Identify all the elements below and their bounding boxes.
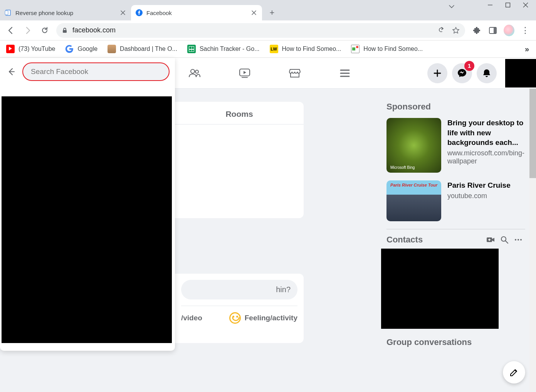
reload-button[interactable]: [37, 23, 52, 38]
messenger-badge: 1: [464, 61, 474, 71]
notifications-button[interactable]: [477, 63, 497, 83]
svg-point-8: [195, 70, 198, 73]
odin-icon: [108, 45, 116, 53]
browser-tab-strip: Reverse phone lookup Facebook +: [0, 0, 536, 20]
rooms-tab[interactable]: Rooms: [175, 102, 304, 124]
menu-button[interactable]: ⋮: [520, 25, 531, 36]
side-panel-icon[interactable]: [487, 25, 498, 36]
bookmark-label: Sachin Tracker - Go...: [200, 45, 260, 52]
composer-prompt[interactable]: hin?: [181, 280, 297, 299]
feeling-icon: [229, 312, 241, 324]
bookmark-label: How to Find Someo...: [363, 45, 423, 52]
nav-menu-icon[interactable]: [335, 64, 355, 83]
scrollbar-thumb[interactable]: [529, 89, 536, 178]
nav-watch-icon[interactable]: [235, 64, 254, 83]
divider: [386, 229, 525, 229]
messenger-button[interactable]: 1: [452, 63, 472, 83]
group-conversations-label: Group conversations: [386, 337, 525, 347]
close-window-button[interactable]: [523, 2, 532, 8]
bookmark-lw-find[interactable]: LW How to Find Someo...: [267, 43, 344, 55]
bookmark-label: (73) YouTube: [18, 45, 55, 52]
vertical-scrollbar[interactable]: [529, 89, 536, 392]
new-tab-button[interactable]: +: [265, 6, 279, 20]
search-input-wrapper[interactable]: [22, 62, 170, 81]
maximize-button[interactable]: [505, 2, 514, 8]
stories-rooms-card: Rooms: [175, 102, 304, 218]
svg-rect-4: [63, 30, 67, 33]
search-contacts-icon[interactable]: [497, 236, 511, 244]
create-button[interactable]: [427, 63, 447, 83]
forward-button[interactable]: [20, 23, 35, 38]
bookmark-dashboard[interactable]: Dashboard | The O...: [105, 43, 180, 55]
tab-reverse-phone[interactable]: Reverse phone lookup: [0, 5, 131, 20]
extensions-icon[interactable]: [471, 25, 482, 36]
composer-feeling-button[interactable]: Feeling/activity: [229, 312, 297, 324]
svg-point-7: [191, 69, 195, 73]
profile-avatar[interactable]: [504, 25, 514, 36]
sponsored-item-paris[interactable]: Paris River Cruise youtube.com: [386, 180, 525, 221]
post-composer-card: hin? /video Feeling/activity: [175, 274, 304, 343]
facebook-app: 1 Rooms hin? /video Feeling/activity: [0, 58, 536, 392]
sheets-icon: [187, 45, 196, 53]
divider: [181, 306, 297, 306]
tab-facebook[interactable]: Facebook: [131, 5, 262, 20]
contacts-header: Contacts: [386, 235, 525, 245]
bookmarks-bar: (73) YouTube Google Dashboard | The O...…: [0, 40, 536, 58]
share-icon[interactable]: [437, 27, 445, 34]
close-tab-icon[interactable]: [119, 9, 126, 16]
svg-rect-1: [5, 11, 8, 15]
tab-title: Reverse phone lookup: [15, 10, 116, 16]
sponsored-url: youtube.com: [447, 192, 525, 200]
tab-search-icon[interactable]: [448, 3, 455, 10]
lw-icon: LW: [270, 45, 278, 53]
sponsored-image: [386, 180, 441, 221]
profile-menu-redacted[interactable]: [505, 59, 536, 87]
window-controls: [487, 2, 532, 8]
search-dropdown: [0, 58, 175, 351]
facebook-favicon-icon: [136, 9, 143, 16]
bookmark-sachin-tracker[interactable]: Sachin Tracker - Go...: [185, 43, 262, 55]
bookmarks-overflow-button[interactable]: »: [525, 45, 532, 54]
minimize-button[interactable]: [487, 2, 497, 8]
bookmark-label: Dashboard | The O...: [120, 45, 177, 52]
search-input[interactable]: [31, 67, 161, 76]
nav-friends-icon[interactable]: [185, 64, 204, 83]
sponsored-image: [386, 118, 441, 173]
search-results-redacted[interactable]: [2, 96, 172, 343]
svg-point-12: [515, 239, 516, 241]
contacts-label: Contacts: [386, 235, 484, 245]
close-tab-icon[interactable]: [250, 9, 257, 16]
page-favicon-icon: [5, 9, 12, 16]
url-text: facebook.com: [72, 26, 116, 34]
right-column: Sponsored Bring your desktop to life wit…: [386, 102, 525, 347]
nav-marketplace-icon[interactable]: [285, 64, 304, 83]
search-back-button[interactable]: [5, 66, 17, 77]
contacts-list-redacted[interactable]: [381, 249, 499, 329]
sponsored-heading: Sponsored: [386, 102, 525, 112]
lock-icon: [62, 27, 68, 34]
contacts-options-icon[interactable]: [511, 236, 525, 244]
back-button[interactable]: [3, 23, 18, 38]
bookmark-label: Google: [77, 45, 97, 52]
bookmark-label: How to Find Someo...: [282, 45, 341, 52]
address-bar[interactable]: facebook.com: [56, 23, 465, 38]
sponsored-title: Bring your desktop to life with new back…: [447, 118, 525, 148]
tab-title: Facebook: [146, 10, 247, 16]
picture-icon: [351, 45, 360, 53]
sponsored-title: Paris River Cruise: [447, 180, 525, 190]
new-room-icon[interactable]: [484, 235, 497, 244]
bookmark-star-icon[interactable]: [452, 27, 460, 34]
composer-video-button[interactable]: /video: [181, 314, 202, 322]
svg-rect-6: [494, 27, 496, 34]
bookmark-pic-find[interactable]: How to Find Someo...: [349, 43, 425, 55]
svg-point-11: [501, 237, 506, 241]
svg-point-14: [520, 239, 522, 241]
sponsored-item-bing[interactable]: Bring your desktop to life with new back…: [386, 118, 525, 173]
bookmark-google[interactable]: Google: [63, 43, 100, 55]
youtube-icon: [6, 45, 15, 53]
svg-point-13: [518, 239, 519, 241]
svg-rect-3: [506, 3, 510, 7]
bookmark-youtube[interactable]: (73) YouTube: [4, 43, 57, 55]
new-message-button[interactable]: [503, 361, 525, 384]
google-icon: [65, 45, 74, 53]
